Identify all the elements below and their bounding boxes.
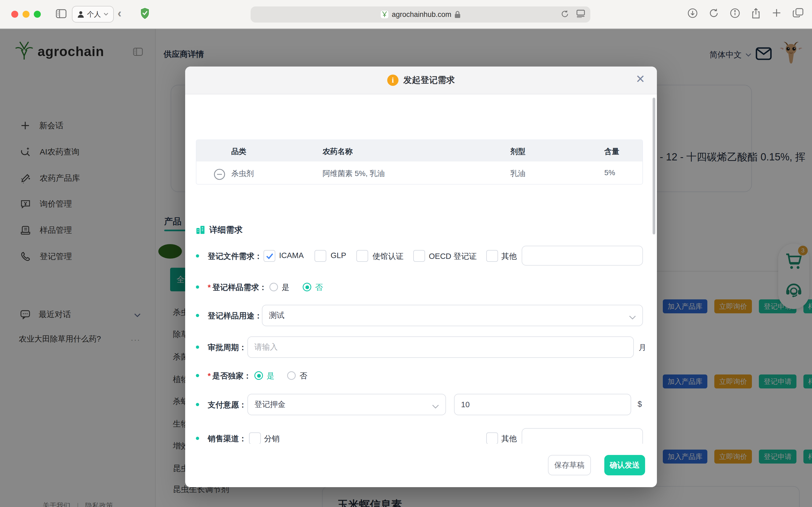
share-icon[interactable] [751, 8, 760, 19]
downloads-icon[interactable] [688, 8, 698, 18]
refresh-icon[interactable] [709, 8, 719, 18]
close-window-button[interactable] [11, 11, 18, 18]
select-value: 测试 [269, 310, 284, 321]
radio-sample-yes[interactable] [269, 283, 278, 291]
sample-requirement-row: *登记样品需求： 是 否 [185, 276, 657, 298]
currency-suffix: $ [638, 400, 642, 408]
field-label: 销售渠道： [208, 434, 247, 444]
chevron-down-icon [432, 402, 439, 411]
web-page: agrochain 新会话 AI农药查询 [0, 29, 812, 507]
sample-usage-select[interactable]: 测试 [262, 305, 643, 326]
other-channel-input[interactable] [522, 428, 643, 444]
bullet-dot [196, 403, 199, 406]
check-icon [266, 253, 274, 260]
tab-overview-icon[interactable] [793, 8, 803, 18]
table-header-row: 品类 农药名称 剂型 含量 [197, 140, 642, 162]
field-label: 审批周期： [208, 342, 247, 353]
required-asterisk: * [208, 283, 211, 292]
url-text: agrochainhub.com [392, 10, 451, 19]
adblock-shield-icon[interactable] [140, 7, 150, 20]
save-draft-button[interactable]: 保存草稿 [548, 455, 591, 475]
field-label: 支付意愿： [208, 400, 247, 410]
sample-usage-row: 登记样品用途： 测试 [185, 305, 657, 326]
unit-suffix: 月 [639, 342, 646, 353]
exclusive-row: *是否独家： 是 否 [185, 365, 657, 386]
checkbox-label[interactable]: 分销 [264, 434, 280, 444]
checkbox-embassy-cert[interactable] [356, 250, 368, 262]
input-placeholder: 请输入 [254, 342, 278, 352]
profile-menu[interactable]: 个人 [72, 6, 114, 22]
radio-sample-no-selected[interactable] [303, 283, 311, 291]
address-bar[interactable]: agrochainhub.com [251, 6, 590, 22]
field-label: 登记样品用途： [208, 311, 262, 321]
browser-toolbar: 个人 ‹ agrochainhub.com [0, 0, 812, 29]
doc-requirements-row: 登记文件需求： ICAMA GLP 使馆认证 OECD 登记证 其他 [185, 245, 657, 267]
checkbox-label[interactable]: OECD 登记证 [429, 251, 477, 262]
cell-content: 5% [604, 168, 615, 177]
reader-view-icon[interactable] [577, 10, 585, 18]
cell-formulation: 乳油 [510, 168, 526, 179]
site-favicon [380, 10, 388, 18]
field-label: *是否独家： [208, 371, 251, 382]
checkbox-label[interactable]: 其他 [501, 434, 517, 444]
other-doc-input[interactable] [522, 246, 643, 266]
minimize-window-button[interactable] [22, 11, 30, 18]
select-value: 登记押金 [254, 399, 285, 410]
registration-request-modal: i 发起登记需求 ✕ 收件人：江宁硕升农作物医药科技有限公司 [185, 66, 657, 487]
bullet-dot [196, 254, 199, 258]
confirm-send-button[interactable]: 确认发送 [604, 455, 645, 475]
selected-products-table: 品类 农药名称 剂型 含量 杀虫剂 阿维菌素 5%, 乳油 乳油 [196, 139, 643, 184]
payment-type-select[interactable]: 登记押金 [248, 394, 446, 415]
radio-label[interactable]: 否 [315, 282, 323, 293]
input-value: 10 [461, 400, 470, 409]
zoom-window-button[interactable] [34, 11, 41, 18]
modal-header: i 发起登记需求 [185, 66, 657, 95]
checkbox-label[interactable]: ICAMA [279, 251, 304, 260]
lock-icon [454, 11, 461, 18]
sidebar-toggle-icon[interactable] [56, 9, 66, 18]
bullet-dot [196, 437, 199, 440]
checkbox-label[interactable]: 其他 [501, 251, 517, 262]
checkbox-other-channel[interactable] [486, 433, 498, 444]
approval-cycle-input[interactable]: 请输入 [248, 336, 634, 358]
sales-channel-row: 销售渠道： 分销 其他 [185, 428, 657, 444]
field-label: *登记样品需求： [208, 282, 267, 293]
modal-scrollbar[interactable] [653, 98, 655, 234]
modal-footer: 保存草稿 确认发送 [185, 444, 657, 487]
back-button[interactable]: ‹ [117, 6, 121, 20]
checkbox-oecd[interactable] [413, 250, 425, 262]
checkbox-icama-checked[interactable] [264, 250, 275, 262]
checkbox-other-doc[interactable] [486, 250, 498, 262]
radio-exclusive-yes-selected[interactable] [254, 371, 263, 380]
payment-amount-input[interactable]: 10 [454, 394, 631, 415]
checkbox-label[interactable]: 使馆认证 [372, 251, 403, 262]
radio-exclusive-no[interactable] [287, 371, 296, 380]
radio-label[interactable]: 否 [300, 371, 307, 382]
chevron-down-icon [104, 13, 108, 16]
col-formulation: 剂型 [510, 147, 526, 157]
person-icon [77, 11, 84, 18]
table-row: 杀虫剂 阿维菌素 5%, 乳油 乳油 5% [197, 162, 642, 184]
remove-row-icon[interactable] [214, 168, 225, 182]
modal-title: 发起登记需求 [403, 74, 455, 86]
bullet-dot [196, 374, 199, 377]
reload-icon[interactable] [561, 10, 569, 18]
radio-label[interactable]: 是 [282, 282, 289, 293]
bullet-dot [196, 314, 199, 317]
new-tab-icon[interactable] [772, 8, 781, 18]
checkbox-glp[interactable] [315, 250, 326, 262]
bullet-dot [196, 285, 199, 289]
checkbox-label[interactable]: GLP [331, 251, 346, 260]
building-icon [196, 225, 205, 234]
col-content: 含量 [604, 147, 619, 157]
info-icon[interactable] [730, 8, 740, 18]
col-category: 品类 [231, 147, 246, 157]
checkbox-distribution[interactable] [249, 433, 261, 444]
payment-row: 支付意愿： 登记押金 10 $ [185, 394, 657, 415]
modal-body: 收件人：江宁硕升农作物医药科技有限公司 品类 农药名称 剂型 含量 [185, 95, 657, 444]
close-icon[interactable]: ✕ [636, 73, 645, 85]
section-title: 详细需求 [209, 224, 242, 235]
bullet-dot [196, 345, 199, 349]
required-asterisk: * [208, 372, 211, 380]
radio-label[interactable]: 是 [267, 371, 274, 382]
